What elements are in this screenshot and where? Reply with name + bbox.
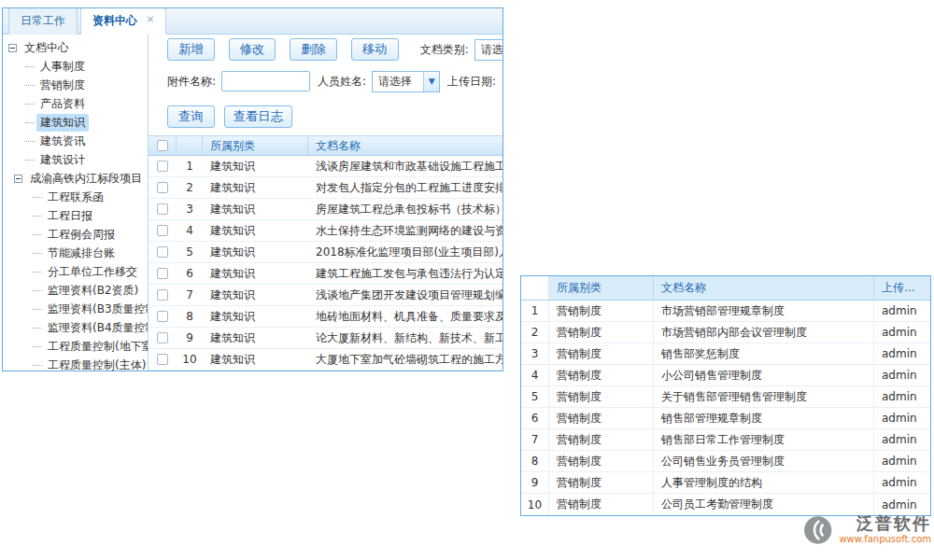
tree-node-supervision-b3[interactable]: 监理资料(B3质量控制): [3, 300, 148, 318]
tree-node-product-data[interactable]: 产品资料: [3, 94, 148, 113]
table-row[interactable]: 10建筑知识大厦地下室加气砼墙砌筑工程的施工方...: [149, 349, 502, 371]
tree-node-energy-ledger[interactable]: 节能减排台账: [3, 244, 148, 262]
query-button[interactable]: 查询: [167, 105, 215, 128]
row-number: 9: [177, 328, 203, 348]
row-number: 10: [177, 349, 203, 370]
tree-line: [33, 197, 42, 198]
table-row[interactable]: 5建筑知识2018标准化监理项目部(业主项目部)人员...: [149, 242, 502, 263]
row-number: 9: [521, 472, 549, 493]
table-row[interactable]: 9建筑知识论大厦新材料、新结构、新技术、新工...: [149, 328, 502, 349]
table-row[interactable]: 1建筑知识浅谈房屋建筑和市政基础设施工程施工...: [149, 156, 502, 177]
table-row[interactable]: 7营销制度销售部日常工作管理制度admin: [521, 429, 930, 451]
row-uploader: admin: [874, 408, 930, 428]
row-doc-name: 公司员工考勤管理制度: [654, 494, 874, 515]
tree-node-hr-policy[interactable]: 人事制度: [3, 57, 148, 76]
tree-node-building-news[interactable]: 建筑资讯: [3, 132, 148, 150]
col-doc-name: 文档名称: [654, 276, 874, 300]
tree-node-clipped[interactable]: 工程质量控制(主体): [3, 356, 148, 371]
tree-node-work-handover[interactable]: 分工单位工作移交: [3, 262, 148, 281]
row-checkbox[interactable]: [157, 289, 168, 301]
tree-node-contact-letter[interactable]: 工程联系函: [3, 188, 148, 206]
row-category: 建筑知识: [203, 306, 308, 327]
collapse-icon[interactable]: [8, 44, 17, 52]
table-row[interactable]: 3营销制度销售部奖惩制度admin: [521, 343, 930, 365]
row-uploader: admin: [874, 494, 930, 515]
row-checkbox[interactable]: [157, 182, 168, 193]
tree-node-label: 工程联系函: [44, 189, 107, 206]
tree-node-project-root[interactable]: 成渝高铁内江标段项目: [3, 169, 148, 188]
person-name-label: 人员姓名:: [318, 74, 366, 90]
view-log-button[interactable]: 查看日志: [224, 105, 292, 128]
close-tab-icon[interactable]: ×: [146, 13, 154, 25]
doc-category-value: 请选择: [475, 40, 502, 60]
row-checkbox[interactable]: [157, 203, 168, 215]
doc-category-select[interactable]: 请选择 ▼: [474, 39, 502, 61]
attachment-name-input[interactable]: [221, 71, 310, 91]
tree-line: [33, 253, 42, 254]
tree-node-building-design[interactable]: 建筑设计: [3, 150, 148, 169]
row-uploader: admin: [874, 386, 930, 407]
tree-node-quality-basement[interactable]: 工程质量控制(地下室): [3, 337, 148, 356]
tree-node-supervision-b2[interactable]: 监理资料(B2资质): [3, 281, 148, 300]
tree-node-document-center[interactable]: 文档中心: [3, 38, 148, 57]
table-row[interactable]: 2营销制度市场营销部内部会议管理制度admin: [521, 322, 930, 343]
row-category: 建筑知识: [203, 220, 308, 241]
table-row[interactable]: 5营销制度关于销售部管理销售管理制度admin: [521, 386, 930, 408]
row-checkbox[interactable]: [157, 161, 168, 172]
table-row[interactable]: 1营销制度市场营销部管理规章制度admin: [521, 301, 930, 322]
tab-daily-work[interactable]: 日常工作: [8, 7, 78, 35]
tree-node-weekly-meeting[interactable]: 工程例会周报: [3, 225, 148, 244]
row-category: 建筑知识: [203, 242, 308, 262]
table-row[interactable]: 7建筑知识浅谈地产集团开发建设项目管理规划编...: [149, 285, 502, 306]
table-row[interactable]: 8建筑知识地砖地面材料、机具准备、质量要求及...: [149, 306, 502, 328]
tree-node-label-selected: 建筑知识: [36, 114, 89, 132]
table-row[interactable]: 4建筑知识水土保持生态环境监测网络的建设与资...: [149, 220, 502, 242]
row-checkbox[interactable]: [157, 268, 168, 279]
table-row[interactable]: 3建筑知识房屋建筑工程总承包投标书（技术标）...: [149, 199, 502, 220]
table-row[interactable]: 4营销制度小公司销售管理制度admin: [521, 365, 930, 386]
row-checkbox[interactable]: [157, 332, 168, 343]
table-row[interactable]: 9营销制度人事管理制度的结构admin: [521, 472, 930, 494]
table-row[interactable]: 6营销制度销售部管理规章制度admin: [521, 408, 930, 429]
row-checkbox[interactable]: [157, 354, 168, 365]
modify-button[interactable]: 修改: [229, 38, 276, 61]
tree-node-marketing-policy[interactable]: 营销制度: [3, 76, 148, 94]
tab-data-center[interactable]: 资料中心 ×: [80, 7, 166, 35]
col-doc-name: 文档名称: [308, 136, 502, 155]
tree-node-daily-report[interactable]: 工程日报: [3, 206, 148, 225]
table-row[interactable]: 2建筑知识对发包人指定分包的工程施工进度安排...: [149, 177, 502, 199]
row-checkbox[interactable]: [157, 246, 168, 258]
collapse-icon[interactable]: [14, 175, 22, 183]
row-category: 营销制度: [549, 365, 654, 385]
move-button[interactable]: 移动: [351, 38, 399, 61]
tree-line: [25, 104, 35, 105]
fanpu-logo-icon: [803, 515, 832, 545]
row-number: 8: [177, 306, 203, 327]
tree-line: [25, 141, 35, 142]
chevron-down-icon[interactable]: ▼: [423, 72, 439, 91]
brand-url[interactable]: www.fanpusoft.com: [839, 533, 931, 545]
table-row[interactable]: 10营销制度公司员工考勤管理制度admin: [521, 494, 930, 515]
document-tree: 文档中心 人事制度 营销制度 产品资料 建筑知识 建筑资讯 建筑设计 成渝高铁内…: [3, 35, 149, 371]
row-uploader: admin: [874, 322, 930, 343]
tree-node-building-knowledge[interactable]: 建筑知识: [3, 113, 148, 132]
marketing-docs-table: 所属别类 文档名称 上传... 1营销制度市场营销部管理规章制度admin 2营…: [520, 275, 931, 516]
tree-node-label: 监理资料(B3质量控制): [44, 301, 149, 318]
row-number: 6: [521, 408, 549, 428]
row-checkbox[interactable]: [157, 311, 168, 322]
table-row[interactable]: 8营销制度公司销售业务员管理制度admin: [521, 451, 930, 472]
delete-button[interactable]: 删除: [290, 38, 337, 61]
row-category: 营销制度: [549, 343, 654, 364]
row-category: 建筑知识: [203, 328, 308, 348]
toolbar-filters: 附件名称: 人员姓名: 请选择 ▼ 上传日期:: [149, 64, 502, 98]
col-uploader: 上传...: [874, 276, 930, 300]
row-checkbox[interactable]: [157, 225, 168, 236]
document-list-pane: 新增 修改 删除 移动 文档类别: 请选择 ▼ 文档名称: 附件名称: 人员姓名…: [149, 35, 502, 371]
select-all-checkbox[interactable]: [157, 140, 168, 151]
tree-node-supervision-b4[interactable]: 监理资料(B4质量控制): [3, 318, 148, 337]
tree-line: [33, 290, 42, 291]
add-button[interactable]: 新增: [167, 38, 215, 61]
tree-line: [33, 346, 42, 347]
table-row[interactable]: 6建筑知识建筑工程施工发包与承包违法行为认定...: [149, 263, 502, 285]
person-name-select[interactable]: 请选择 ▼: [372, 71, 440, 92]
